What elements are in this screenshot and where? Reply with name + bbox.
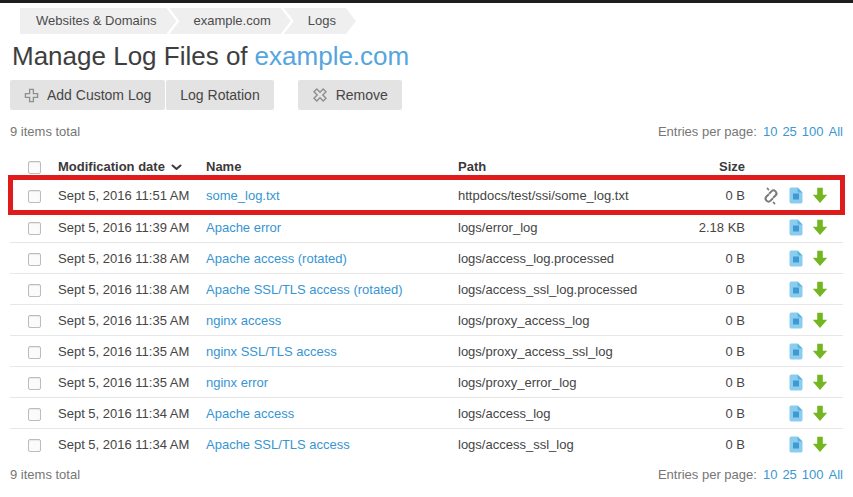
download-log-icon[interactable] xyxy=(812,374,828,391)
list-meta-top: 9 items total Entries per page: 1025100A… xyxy=(0,122,853,140)
view-log-icon[interactable] xyxy=(789,374,803,391)
row-checkbox[interactable] xyxy=(28,377,41,390)
entries-per-page-label: Entries per page: xyxy=(658,467,757,482)
log-name-link[interactable]: nginx error xyxy=(206,375,268,390)
download-log-icon[interactable] xyxy=(812,343,828,360)
breadcrumb: Websites & Domains example.com Logs xyxy=(20,8,853,34)
row-modification-date: Sept 5, 2016 11:51 AM xyxy=(58,188,206,203)
row-checkbox[interactable] xyxy=(28,222,41,235)
log-rotation-button[interactable]: Log Rotation xyxy=(166,80,273,110)
column-modification-date: Modification date xyxy=(58,159,165,174)
row-path: logs/proxy_access_log xyxy=(458,313,695,328)
row-checkbox[interactable] xyxy=(28,190,41,203)
row-size: 2.18 KB xyxy=(695,220,745,235)
table-row: Sept 5, 2016 11:35 AM nginx access logs/… xyxy=(10,304,843,335)
page-size-option[interactable]: 25 xyxy=(782,467,796,482)
log-name-link[interactable]: Apache SSL/TLS access xyxy=(206,437,350,452)
row-modification-date: Sept 5, 2016 11:39 AM xyxy=(58,220,206,235)
table-row: Sept 5, 2016 11:39 AM Apache error logs/… xyxy=(10,211,843,242)
log-name-link[interactable]: some_log.txt xyxy=(206,188,280,203)
plus-icon xyxy=(24,88,39,103)
download-log-icon[interactable] xyxy=(812,436,828,453)
row-modification-date: Sept 5, 2016 11:34 AM xyxy=(58,406,206,421)
row-path: logs/error_log xyxy=(458,220,695,235)
row-path: logs/proxy_access_ssl_log xyxy=(458,344,695,359)
breadcrumb-websites-domains[interactable]: Websites & Domains xyxy=(20,8,176,34)
page-size-option[interactable]: 10 xyxy=(763,467,777,482)
row-modification-date: Sept 5, 2016 11:35 AM xyxy=(58,375,206,390)
page-size-option[interactable]: All xyxy=(829,467,843,482)
page-size-option[interactable]: 100 xyxy=(802,124,824,139)
view-log-icon[interactable] xyxy=(789,187,803,204)
row-path: logs/access_log.processed xyxy=(458,251,695,266)
row-size: 0 B xyxy=(695,313,745,328)
row-checkbox[interactable] xyxy=(28,346,41,359)
download-log-icon[interactable] xyxy=(812,187,828,204)
manage-log-files-page: Websites & Domains example.com Logs Mana… xyxy=(0,0,853,497)
download-log-icon[interactable] xyxy=(812,405,828,422)
page-size-option[interactable]: All xyxy=(829,124,843,139)
download-log-icon[interactable] xyxy=(812,312,828,329)
row-checkbox[interactable] xyxy=(28,284,41,297)
breadcrumb-example-com[interactable]: example.com xyxy=(169,8,290,34)
row-modification-date: Sept 5, 2016 11:35 AM xyxy=(58,344,206,359)
log-name-link[interactable]: Apache access (rotated) xyxy=(206,251,347,266)
view-log-icon[interactable] xyxy=(789,219,803,236)
view-log-icon[interactable] xyxy=(789,281,803,298)
row-path: logs/proxy_error_log xyxy=(458,375,695,390)
row-checkbox[interactable] xyxy=(28,408,41,421)
page-size-option[interactable]: 10 xyxy=(763,124,777,139)
entries-per-page-bottom: Entries per page: 1025100All xyxy=(658,467,843,482)
list-meta-bottom: 9 items total Entries per page: 1025100A… xyxy=(0,465,853,483)
view-log-icon[interactable] xyxy=(789,436,803,453)
row-checkbox[interactable] xyxy=(28,315,41,328)
log-name-link[interactable]: Apache access xyxy=(206,406,294,421)
add-custom-log-button[interactable]: Add Custom Log xyxy=(10,80,165,110)
row-checkbox[interactable] xyxy=(28,439,41,452)
toolbar: Add Custom Log Log Rotation Remove xyxy=(10,80,853,110)
page-size-options-top: 1025100All xyxy=(763,124,843,139)
entries-per-page-label: Entries per page: xyxy=(658,124,757,139)
row-modification-date: Sept 5, 2016 11:35 AM xyxy=(58,313,206,328)
row-modification-date: Sept 5, 2016 11:38 AM xyxy=(58,251,206,266)
column-path: Path xyxy=(458,159,695,174)
remove-group: Remove xyxy=(298,80,402,110)
page-title: Manage Log Files ofexample.com xyxy=(12,40,853,72)
page-size-option[interactable]: 100 xyxy=(802,467,824,482)
top-window-edge xyxy=(0,0,853,3)
remove-button[interactable]: Remove xyxy=(298,80,402,110)
log-name-link[interactable]: nginx SSL/TLS access xyxy=(206,344,337,359)
sort-by-modification-date[interactable]: Modification date xyxy=(58,159,182,174)
page-size-option[interactable]: 25 xyxy=(782,124,796,139)
view-log-icon[interactable] xyxy=(789,312,803,329)
page-size-options-bottom: 1025100All xyxy=(763,467,843,482)
page-title-domain: example.com xyxy=(255,41,410,71)
add-custom-log-label: Add Custom Log xyxy=(47,87,151,103)
remove-x-icon xyxy=(312,87,328,103)
select-all-checkbox[interactable] xyxy=(28,161,41,174)
view-log-icon[interactable] xyxy=(789,250,803,267)
log-name-link[interactable]: nginx access xyxy=(206,313,281,328)
row-size: 0 B xyxy=(695,251,745,266)
broken-link-icon[interactable] xyxy=(762,187,780,205)
row-path: logs/access_ssl_log xyxy=(458,437,695,452)
log-actions-group: Add Custom Log Log Rotation xyxy=(10,80,274,110)
row-size: 0 B xyxy=(695,375,745,390)
download-log-icon[interactable] xyxy=(812,281,828,298)
log-rotation-label: Log Rotation xyxy=(180,87,259,103)
log-files-table: Modification date Name Path Size Sept 5,… xyxy=(10,152,843,459)
table-row: Sept 5, 2016 11:51 AM some_log.txt httpd… xyxy=(10,180,843,211)
log-name-link[interactable]: Apache SSL/TLS access (rotated) xyxy=(206,282,403,297)
view-log-icon[interactable] xyxy=(789,405,803,422)
download-log-icon[interactable] xyxy=(812,219,828,236)
view-log-icon[interactable] xyxy=(789,343,803,360)
table-header-row: Modification date Name Path Size xyxy=(10,152,843,180)
log-name-link[interactable]: Apache error xyxy=(206,220,281,235)
row-modification-date: Sept 5, 2016 11:34 AM xyxy=(58,437,206,452)
log-table-body: Sept 5, 2016 11:51 AM some_log.txt httpd… xyxy=(10,180,843,459)
row-modification-date: Sept 5, 2016 11:38 AM xyxy=(58,282,206,297)
download-log-icon[interactable] xyxy=(812,250,828,267)
column-size: Size xyxy=(695,159,745,174)
row-checkbox[interactable] xyxy=(28,253,41,266)
items-total-top: 9 items total xyxy=(10,124,80,139)
